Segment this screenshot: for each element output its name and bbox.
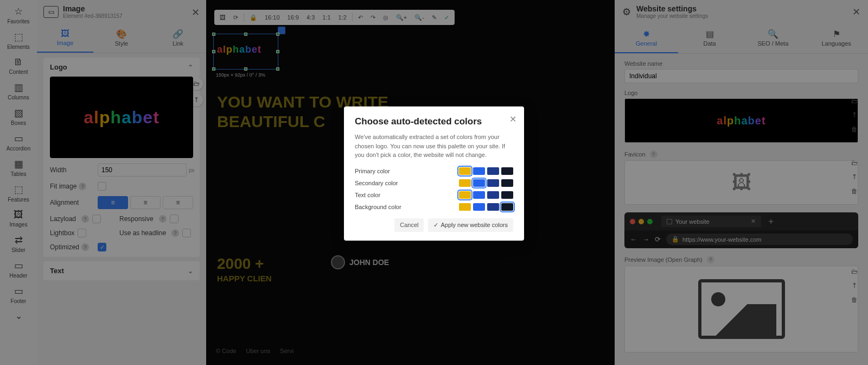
color-row-label: Secondary color [355, 180, 459, 186]
color-swatch[interactable] [473, 191, 485, 199]
color-swatch[interactable] [501, 191, 513, 199]
color-swatch[interactable] [473, 167, 485, 175]
color-row: Text color [355, 191, 513, 199]
color-swatch[interactable] [459, 191, 471, 199]
color-swatch[interactable] [459, 179, 471, 187]
color-row: Secondary color [355, 179, 513, 187]
color-swatch[interactable] [459, 203, 471, 211]
color-swatch[interactable] [473, 179, 485, 187]
color-swatch[interactable] [501, 203, 513, 211]
color-swatch[interactable] [501, 179, 513, 187]
color-row: Background color [355, 203, 513, 211]
modal-title: Choose auto-detected colors [355, 116, 513, 127]
close-modal-button[interactable]: ✕ [509, 114, 516, 124]
color-row: Primary color [355, 167, 513, 175]
color-swatch[interactable] [501, 167, 513, 175]
color-swatch[interactable] [487, 179, 499, 187]
check-icon: ✓ [433, 222, 438, 229]
cancel-button[interactable]: Cancel [394, 218, 424, 232]
color-swatch[interactable] [487, 167, 499, 175]
color-row-label: Primary color [355, 168, 459, 174]
color-swatch[interactable] [487, 203, 499, 211]
apply-colors-button[interactable]: ✓ Apply new website colors [428, 218, 513, 232]
modal-description: We've automatically extracted a set of c… [355, 133, 513, 160]
color-swatch[interactable] [487, 191, 499, 199]
color-swatch[interactable] [459, 167, 471, 175]
color-detection-modal: ✕ Choose auto-detected colors We've auto… [344, 106, 524, 241]
color-row-label: Text color [355, 192, 459, 198]
color-row-label: Background color [355, 204, 459, 210]
color-swatch[interactable] [473, 203, 485, 211]
